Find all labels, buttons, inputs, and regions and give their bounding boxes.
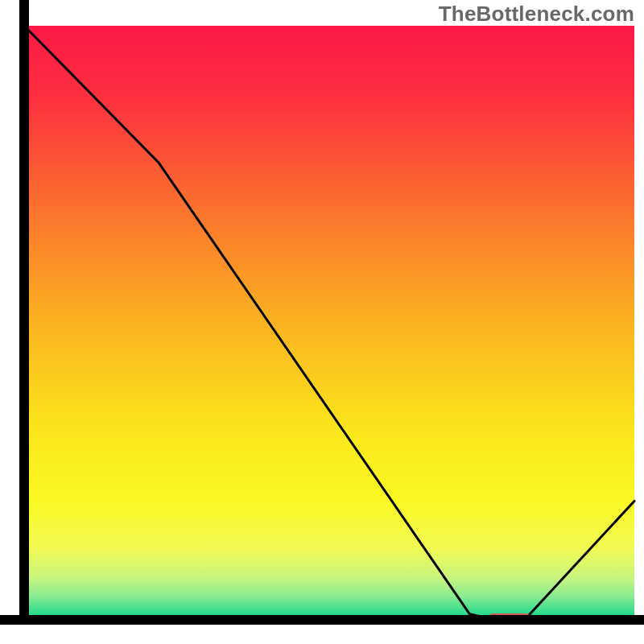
watermark-text: TheBottleneck.com [439,2,634,27]
plot-area [0,0,644,624]
chart-svg [0,0,644,644]
plot-background [24,26,634,620]
